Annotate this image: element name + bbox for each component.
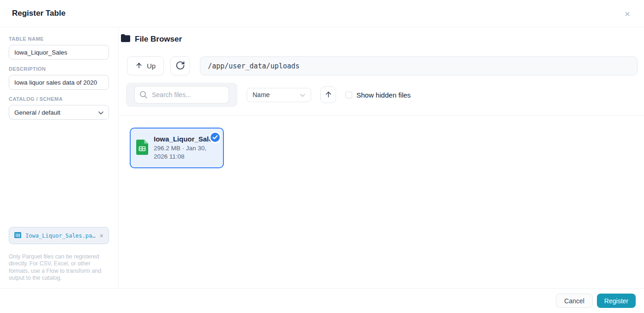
file-browser-toolbar: Up [127, 56, 638, 75]
file-browser-heading: File Browser [119, 27, 644, 44]
selected-file-chip[interactable]: Iowa_Liquor_Sales.pa… × [9, 227, 109, 244]
sort-by-value: Name [253, 91, 270, 98]
show-hidden-files-control: Show hidden files [345, 91, 411, 99]
sort-direction-button[interactable] [320, 86, 336, 103]
file-browser-filter-row: Name Show hidden files [126, 83, 644, 107]
path-input[interactable] [200, 56, 638, 75]
catalog-schema-group: CATALOG / SCHEMA General / default [9, 96, 109, 120]
dialog-header: Register Table × [0, 0, 644, 27]
cancel-button[interactable]: Cancel [556, 294, 593, 308]
search-icon [139, 91, 148, 101]
arrow-up-icon [325, 90, 332, 100]
refresh-button[interactable] [170, 56, 190, 75]
file-browser-title: File Browser [135, 35, 182, 44]
catalog-schema-label: CATALOG / SCHEMA [9, 96, 109, 102]
selected-file-chip-label: Iowa_Liquor_Sales.pa… [25, 233, 96, 239]
register-table-dialog: Register Table × TABLE NAME DESCRIPTION … [0, 0, 644, 313]
register-button[interactable]: Register [597, 294, 636, 308]
parquet-help-text: Only Parquet files can be registered dir… [9, 253, 109, 282]
catalog-schema-value: General / default [14, 109, 60, 116]
dialog-title: Register Table [12, 9, 66, 18]
close-icon[interactable]: × [623, 9, 632, 18]
register-form-sidebar: TABLE NAME DESCRIPTION CATALOG / SCHEMA … [0, 27, 119, 288]
show-hidden-files-label: Show hidden files [356, 91, 411, 99]
file-list: Iowa_Liquor_Sales 296.2 MB · Jan 30, 202… [119, 116, 644, 288]
chip-remove-icon[interactable]: × [100, 233, 103, 239]
table-icon [14, 232, 21, 240]
sort-by-select[interactable]: Name [247, 88, 311, 102]
catalog-schema-select[interactable]: General / default [9, 105, 109, 120]
file-card-text: Iowa_Liquor_Sales 296.2 MB · Jan 30, 202… [154, 135, 217, 161]
chevron-down-icon [98, 109, 103, 116]
search-field [134, 86, 229, 104]
table-name-group: TABLE NAME [9, 36, 109, 60]
file-name: Iowa_Liquor_Sales [154, 135, 217, 143]
table-name-input[interactable] [9, 45, 109, 60]
dialog-footer: Cancel Register [0, 288, 644, 313]
table-name-label: TABLE NAME [9, 36, 109, 42]
folder-icon [121, 34, 130, 44]
dialog-body: TABLE NAME DESCRIPTION CATALOG / SCHEMA … [0, 27, 644, 288]
show-hidden-files-checkbox[interactable] [345, 92, 352, 98]
up-button-label: Up [147, 62, 156, 70]
description-label: DESCRIPTION [9, 66, 109, 72]
description-group: DESCRIPTION [9, 66, 109, 90]
description-input[interactable] [9, 75, 109, 90]
file-browser-panel: File Browser Up [119, 27, 644, 288]
refresh-icon [175, 61, 185, 72]
file-meta: 296.2 MB · Jan 30, 2026 11:08 [154, 144, 217, 161]
arrow-up-icon [135, 61, 143, 71]
search-input[interactable] [134, 86, 229, 104]
selected-check-icon [211, 133, 220, 142]
up-button[interactable]: Up [127, 56, 164, 75]
file-card-iowa-liquor-sales[interactable]: Iowa_Liquor_Sales 296.2 MB · Jan 30, 202… [130, 128, 224, 168]
chevron-down-icon [300, 91, 305, 98]
spreadsheet-icon [136, 140, 148, 157]
search-bar-container [126, 83, 237, 107]
